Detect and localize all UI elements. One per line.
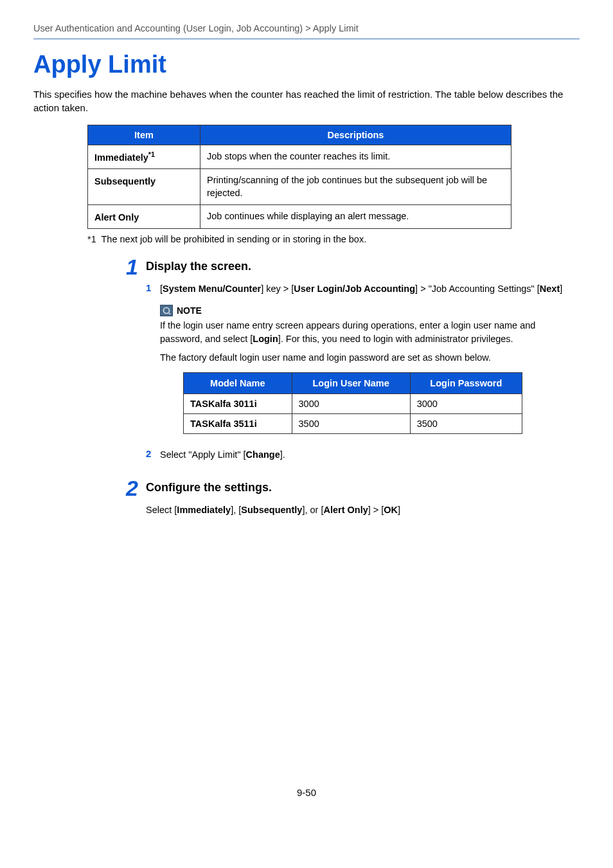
substep-body: [System Menu/Counter] key > [User Login/… [160, 282, 580, 296]
step-number: 1 [120, 256, 146, 468]
login-pass-cell: 3000 [410, 393, 522, 413]
svg-point-0 [164, 307, 170, 313]
desc-item-cell: Immediately*1 [88, 145, 200, 169]
page-number: 9-50 [33, 787, 580, 798]
login-credentials-table: Model Name Login User Name Login Passwor… [183, 372, 522, 434]
desc-item-cell: Alert Only [88, 204, 200, 228]
table-row: Subsequently Printing/scanning of the jo… [88, 169, 511, 205]
note-line-1: If the login user name entry screen appe… [160, 319, 580, 346]
substep-number: 2 [146, 448, 160, 462]
model-name-cell: TASKalfa 3511i [184, 413, 292, 433]
note-line-2: The factory default login user name and … [160, 351, 580, 365]
login-user-cell: 3000 [292, 393, 410, 413]
desc-text-cell: Job continues while displaying an alert … [200, 204, 511, 228]
note-label: NOTE [177, 305, 202, 316]
desc-table-header-desc: Descriptions [200, 125, 511, 145]
desc-item-cell: Subsequently [88, 169, 200, 205]
login-table-header-pass: Login Password [410, 372, 522, 393]
step-number: 2 [120, 477, 146, 517]
step-heading: Display the screen. [146, 260, 580, 273]
breadcrumb: User Authentication and Accounting (User… [33, 23, 580, 37]
table-row: Immediately*1 Job stops when the counter… [88, 145, 511, 169]
login-table-header-model: Model Name [184, 372, 292, 393]
substep-body: Select "Apply Limit" [Change]. [160, 448, 580, 462]
desc-table-header-item: Item [88, 125, 200, 145]
desc-text-cell: Job stops when the counter reaches its l… [200, 145, 511, 169]
descriptions-table: Item Descriptions Immediately*1 Job stop… [87, 125, 511, 229]
substep-number: 1 [146, 282, 160, 296]
substep-1-2: 2 Select "Apply Limit" [Change]. [146, 448, 580, 462]
step-body: Select [Immediately], [Subsequently], or… [146, 503, 580, 517]
header-rule [33, 39, 580, 39]
note-box: NOTE If the login user name entry screen… [160, 305, 580, 434]
model-name-cell: TASKalfa 3011i [184, 393, 292, 413]
table-row: TASKalfa 3011i 3000 3000 [184, 393, 522, 413]
desc-text-cell: Printing/scanning of the job continues b… [200, 169, 511, 205]
substep-1-1: 1 [System Menu/Counter] key > [User Logi… [146, 282, 580, 296]
intro-paragraph: This specifies how the machine behaves w… [33, 87, 580, 114]
page-title: Apply Limit [33, 51, 580, 78]
step-1: 1 Display the screen. 1 [System Menu/Cou… [120, 258, 580, 468]
table-row: TASKalfa 3511i 3500 3500 [184, 413, 522, 433]
footnote: *1 The next job will be prohibited in se… [87, 234, 580, 244]
login-table-header-user: Login User Name [292, 372, 410, 393]
step-2: 2 Configure the settings. Select [Immedi… [120, 480, 580, 517]
note-icon [160, 305, 173, 316]
table-row: Alert Only Job continues while displayin… [88, 204, 511, 228]
login-user-cell: 3500 [292, 413, 410, 433]
step-heading: Configure the settings. [146, 481, 580, 494]
login-pass-cell: 3500 [410, 413, 522, 433]
